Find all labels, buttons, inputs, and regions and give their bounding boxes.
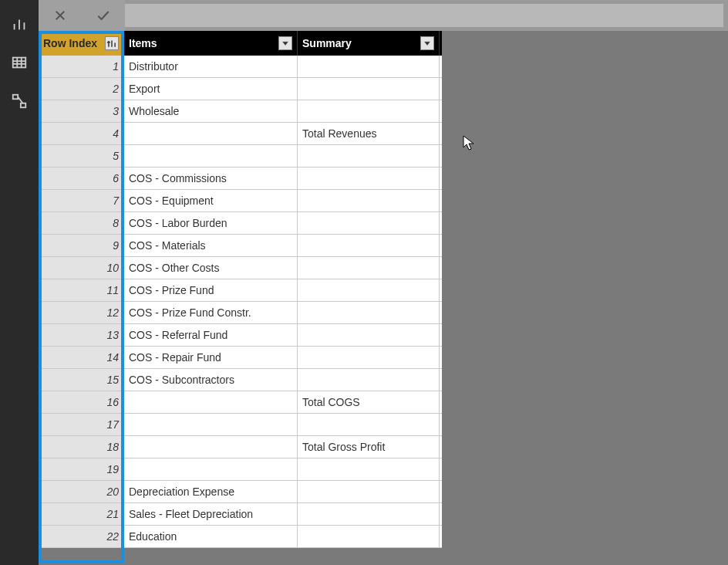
cell-summary[interactable] (298, 257, 440, 279)
cell-items[interactable]: Export (124, 78, 298, 100)
cell-row-index[interactable]: 2 (39, 78, 124, 100)
table-row[interactable]: 10COS - Other Costs (39, 257, 442, 279)
cell-items[interactable] (124, 414, 298, 435)
cell-items[interactable]: COS - Prize Fund (124, 279, 298, 301)
cell-summary[interactable] (298, 279, 440, 301)
cell-items[interactable]: Education (124, 526, 298, 547)
cell-items[interactable]: Distributor (124, 56, 298, 77)
cell-row-index[interactable]: 8 (39, 212, 124, 234)
table-row[interactable]: 17 (39, 414, 442, 436)
cell-summary[interactable] (298, 302, 440, 323)
formula-commit-button[interactable] (82, 0, 125, 31)
cell-summary[interactable] (298, 145, 440, 167)
cell-items[interactable] (124, 145, 298, 167)
cell-summary[interactable] (298, 526, 440, 547)
cell-items[interactable] (124, 436, 298, 458)
cell-items[interactable]: COS - Equipment (124, 190, 298, 211)
table-row[interactable]: 19 (39, 458, 442, 481)
cell-items[interactable] (124, 123, 298, 144)
cell-summary[interactable]: Total COGS (298, 391, 440, 413)
cell-items[interactable]: Depreciation Expense (124, 481, 298, 502)
cell-items[interactable]: COS - Referral Fund (124, 324, 298, 346)
cell-items[interactable]: Wholesale (124, 100, 298, 122)
cell-summary[interactable] (298, 414, 440, 435)
cell-items[interactable]: COS - Materials (124, 235, 298, 256)
cell-row-index[interactable]: 18 (39, 436, 124, 458)
column-header-row-index[interactable]: Row Index (39, 31, 124, 56)
cell-items[interactable]: COS - Labor Burden (124, 212, 298, 234)
cell-row-index[interactable]: 10 (39, 257, 124, 279)
report-view-button[interactable] (0, 5, 39, 43)
cell-summary[interactable] (298, 369, 440, 391)
table-row[interactable]: 11COS - Prize Fund (39, 279, 442, 302)
cell-row-index[interactable]: 7 (39, 190, 124, 211)
cell-summary[interactable] (298, 324, 440, 346)
cell-row-index[interactable]: 5 (39, 145, 124, 167)
table-row[interactable]: 12COS - Prize Fund Constr. (39, 302, 442, 324)
cell-row-index[interactable]: 22 (39, 526, 124, 547)
cell-items[interactable] (124, 391, 298, 413)
cell-row-index[interactable]: 14 (39, 347, 124, 368)
table-row[interactable]: 6COS - Commissions (39, 167, 442, 190)
cell-row-index[interactable]: 6 (39, 167, 124, 189)
cell-summary[interactable] (298, 167, 440, 189)
cell-summary[interactable] (298, 458, 440, 480)
data-view-button[interactable] (0, 43, 39, 82)
table-row[interactable]: 20Depreciation Expense (39, 481, 442, 503)
table-row[interactable]: 16Total COGS (39, 391, 442, 414)
table-row[interactable]: 18Total Gross Profit (39, 436, 442, 458)
cell-items[interactable]: Sales - Fleet Depreciation (124, 503, 298, 525)
model-view-button[interactable] (0, 82, 39, 120)
table-row[interactable]: 5 (39, 145, 442, 167)
table-row[interactable]: 2Export (39, 78, 442, 100)
cell-summary[interactable]: Total Revenues (298, 123, 440, 144)
cell-row-index[interactable]: 16 (39, 391, 124, 413)
table-row[interactable]: 21Sales - Fleet Depreciation (39, 503, 442, 526)
column-header-summary[interactable]: Summary (298, 31, 440, 56)
cell-row-index[interactable]: 3 (39, 100, 124, 122)
cell-items[interactable] (124, 458, 298, 480)
table-row[interactable]: 1Distributor (39, 56, 442, 78)
cell-row-index[interactable]: 4 (39, 123, 124, 144)
table-row[interactable]: 22Education (39, 526, 442, 548)
column-filter-dropdown[interactable] (278, 36, 292, 50)
cell-row-index[interactable]: 11 (39, 279, 124, 301)
column-filter-dropdown[interactable] (420, 36, 434, 50)
table-row[interactable]: 9COS - Materials (39, 235, 442, 257)
table-row[interactable]: 7COS - Equipment (39, 190, 442, 212)
column-sort-dropdown[interactable] (105, 36, 119, 50)
table-row[interactable]: 4Total Revenues (39, 123, 442, 145)
cell-summary[interactable]: Total Gross Profit (298, 436, 440, 458)
formula-input[interactable] (125, 4, 723, 27)
cell-summary[interactable] (298, 235, 440, 256)
cell-summary[interactable] (298, 347, 440, 368)
cell-items[interactable]: COS - Repair Fund (124, 347, 298, 368)
cell-row-index[interactable]: 17 (39, 414, 124, 435)
cell-row-index[interactable]: 21 (39, 503, 124, 525)
cell-summary[interactable] (298, 503, 440, 525)
table-row[interactable]: 15COS - Subcontractors (39, 369, 442, 391)
cell-row-index[interactable]: 13 (39, 324, 124, 346)
formula-cancel-button[interactable] (39, 0, 82, 31)
cell-summary[interactable] (298, 100, 440, 122)
cell-row-index[interactable]: 9 (39, 235, 124, 256)
cell-summary[interactable] (298, 56, 440, 77)
cell-items[interactable]: COS - Prize Fund Constr. (124, 302, 298, 323)
column-header-items[interactable]: Items (124, 31, 298, 56)
cell-summary[interactable] (298, 190, 440, 211)
table-row[interactable]: 14COS - Repair Fund (39, 347, 442, 369)
cell-row-index[interactable]: 1 (39, 56, 124, 77)
table-row[interactable]: 8COS - Labor Burden (39, 212, 442, 235)
cell-items[interactable]: COS - Subcontractors (124, 369, 298, 391)
cell-row-index[interactable]: 20 (39, 481, 124, 502)
cell-row-index[interactable]: 12 (39, 302, 124, 323)
cell-summary[interactable] (298, 212, 440, 234)
cell-summary[interactable] (298, 481, 440, 502)
cell-row-index[interactable]: 19 (39, 458, 124, 480)
cell-row-index[interactable]: 15 (39, 369, 124, 391)
cell-items[interactable]: COS - Commissions (124, 167, 298, 189)
cell-items[interactable]: COS - Other Costs (124, 257, 298, 279)
table-row[interactable]: 3Wholesale (39, 100, 442, 123)
table-row[interactable]: 13COS - Referral Fund (39, 324, 442, 347)
cell-summary[interactable] (298, 78, 440, 100)
